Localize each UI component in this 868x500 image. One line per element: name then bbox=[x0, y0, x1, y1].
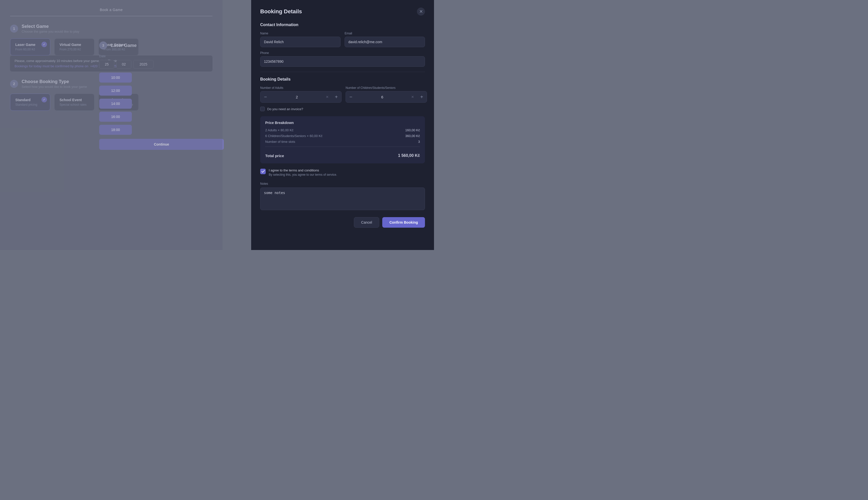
nav-title: Book a Game bbox=[100, 8, 123, 12]
adults-price-row: 2 Adults × 80,00 Kč 160,00 Kč bbox=[265, 128, 420, 132]
children-group: Number of Children/Students/Seniors − ✕ … bbox=[346, 86, 427, 103]
booking-section-label: Booking Details bbox=[260, 77, 425, 82]
slots-value: 3 bbox=[418, 140, 420, 144]
step3-header: 3 Laser Game bbox=[99, 42, 224, 49]
date-parts bbox=[99, 60, 224, 69]
terms-text-block: I agree to the terms and conditions By s… bbox=[269, 168, 337, 177]
children-control: − ✕ + bbox=[346, 91, 427, 103]
game-card-virtual-title: Virtual Game bbox=[59, 43, 89, 47]
name-label: Name bbox=[260, 32, 341, 35]
email-group: Email bbox=[345, 32, 425, 47]
game-card-virtual[interactable]: Virtual Game From 270,00 Kč bbox=[54, 38, 94, 56]
date-label: Date bbox=[99, 55, 224, 58]
adults-control: − ✕ + bbox=[260, 91, 342, 103]
name-input[interactable] bbox=[260, 37, 341, 47]
confirm-button[interactable]: Confirm Booking bbox=[382, 217, 425, 228]
step1-subtitle: Choose the game you would like to play bbox=[22, 30, 79, 33]
continue-button[interactable]: Continue bbox=[99, 139, 224, 150]
game-card-virtual-price: From 270,00 Kč bbox=[59, 48, 89, 51]
price-breakdown-box: Price Breakdown 2 Adults × 80,00 Kč 160,… bbox=[260, 116, 425, 163]
time-slot-1400[interactable]: 14:00 bbox=[99, 99, 132, 109]
slots-row: Number of time slots 3 bbox=[265, 140, 420, 144]
booking-details-panel: Booking Details ✕ Contact Information Na… bbox=[251, 0, 434, 250]
children-clear-button[interactable]: ✕ bbox=[409, 91, 417, 102]
invoice-checkbox[interactable] bbox=[260, 107, 265, 111]
step2-subtitle: Select how you would like to book your g… bbox=[22, 85, 87, 89]
step2-title: Choose Booking Type bbox=[22, 79, 87, 84]
adults-value-input[interactable] bbox=[270, 92, 323, 102]
time-slots: 10:00 12:00 14:00 16:00 18:00 bbox=[99, 72, 224, 135]
booking-type-school[interactable]: School Event Special school rates bbox=[54, 94, 94, 111]
step1-header: 1 Select Game Choose the game you would … bbox=[10, 24, 212, 33]
step2-number: 2 bbox=[10, 80, 18, 88]
game-card-laser-price: From 60,00 Kč bbox=[15, 48, 45, 51]
close-button[interactable]: ✕ bbox=[417, 8, 425, 15]
adults-increase-button[interactable]: + bbox=[331, 91, 341, 102]
date-day-input[interactable] bbox=[99, 60, 114, 69]
terms-check-icon bbox=[261, 170, 265, 173]
game-card-laser[interactable]: Laser Game From 60,00 Kč ✓ bbox=[10, 38, 50, 56]
phone-group: Phone bbox=[260, 51, 425, 67]
bottom-actions: Cancel Confirm Booking bbox=[260, 217, 425, 228]
notes-section: Notes some notes bbox=[260, 182, 425, 211]
invoice-row: Do you need an invoice? bbox=[260, 107, 425, 111]
number-inputs-row: Number of Adults − ✕ + Number of Childre… bbox=[260, 86, 425, 103]
adults-group: Number of Adults − ✕ + bbox=[260, 86, 342, 103]
contact-section-label: Contact Information bbox=[260, 23, 425, 27]
game-card-laser-title: Laser Game bbox=[15, 43, 45, 47]
booking-type-standard-title: Standard bbox=[15, 98, 45, 102]
children-price-label: 6 Children/Students/Seniors × 60,00 Kč bbox=[265, 134, 322, 138]
email-label: Email bbox=[345, 32, 425, 35]
children-price-row: 6 Children/Students/Seniors × 60,00 Kč 3… bbox=[265, 134, 420, 138]
notice-phone-text: Bookings for today must be confirmed by … bbox=[14, 64, 88, 68]
time-slot-1000[interactable]: 10:00 bbox=[99, 72, 132, 82]
terms-title: I agree to the terms and conditions bbox=[269, 168, 337, 172]
notes-textarea[interactable]: some notes bbox=[260, 188, 425, 210]
time-slot-1600[interactable]: 16:00 bbox=[99, 112, 132, 122]
step3-section: 3 Laser Game Date 10:00 12:00 14:00 16:0… bbox=[99, 42, 224, 150]
top-nav: Book a Game bbox=[10, 5, 212, 16]
step1-number: 1 bbox=[10, 25, 18, 33]
name-group: Name bbox=[260, 32, 341, 47]
email-input[interactable] bbox=[345, 37, 425, 47]
booking-type-standard-subtitle: Standard pricing bbox=[15, 103, 45, 106]
booking-type-standard-check: ✓ bbox=[42, 97, 47, 102]
children-increase-button[interactable]: + bbox=[417, 91, 427, 102]
total-row: Total price 1 560,00 Kč bbox=[265, 150, 420, 159]
adults-label: Number of Adults bbox=[260, 86, 342, 90]
children-label: Number of Children/Students/Seniors bbox=[346, 86, 427, 90]
adults-decrease-button[interactable]: − bbox=[260, 91, 270, 102]
price-divider bbox=[265, 147, 420, 147]
notes-label: Notes bbox=[260, 182, 425, 185]
terms-subtitle: By selecting this, you agree to our term… bbox=[269, 173, 337, 177]
phone-label: Phone bbox=[260, 51, 425, 55]
panel-header: Booking Details ✕ bbox=[260, 8, 425, 15]
time-slot-1200[interactable]: 12:00 bbox=[99, 86, 132, 95]
booking-type-school-subtitle: Special school rates bbox=[59, 103, 89, 106]
children-price-value: 360,00 Kč bbox=[405, 134, 420, 138]
children-value-input[interactable] bbox=[356, 92, 409, 102]
game-card-laser-check: ✓ bbox=[42, 42, 47, 47]
date-year-input[interactable] bbox=[133, 60, 154, 69]
step3-number: 3 bbox=[99, 42, 107, 49]
time-slot-1800[interactable]: 18:00 bbox=[99, 125, 132, 135]
phone-row: Phone bbox=[260, 51, 425, 67]
booking-type-school-title: School Event bbox=[59, 98, 89, 102]
date-month-input[interactable] bbox=[116, 60, 131, 69]
terms-row: I agree to the terms and conditions By s… bbox=[260, 168, 425, 177]
adults-clear-button[interactable]: ✕ bbox=[323, 91, 331, 102]
phone-input[interactable] bbox=[260, 56, 425, 67]
cancel-button[interactable]: Cancel bbox=[354, 217, 379, 228]
adults-price-value: 160,00 Kč bbox=[405, 128, 420, 132]
total-label: Total price bbox=[265, 154, 284, 158]
booking-type-standard[interactable]: Standard Standard pricing ✓ bbox=[10, 94, 50, 111]
children-decrease-button[interactable]: − bbox=[346, 91, 356, 102]
panel-title: Booking Details bbox=[260, 8, 302, 15]
step3-title: Laser Game bbox=[111, 43, 137, 48]
adults-price-label: 2 Adults × 80,00 Kč bbox=[265, 128, 293, 132]
price-breakdown-title: Price Breakdown bbox=[265, 121, 420, 125]
invoice-label: Do you need an invoice? bbox=[267, 107, 303, 111]
terms-checkbox[interactable] bbox=[260, 169, 266, 174]
total-value: 1 560,00 Kč bbox=[398, 154, 420, 158]
slots-label: Number of time slots bbox=[265, 140, 295, 144]
